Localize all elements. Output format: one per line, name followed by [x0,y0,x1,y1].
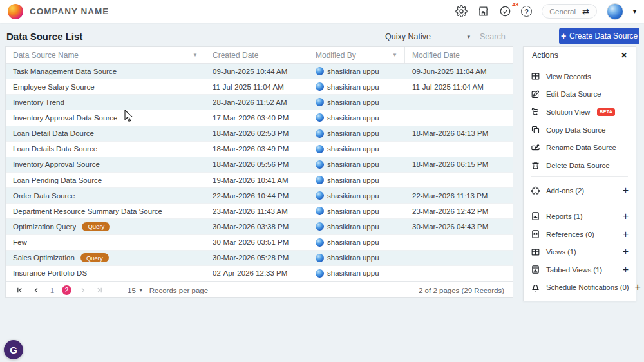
table-row[interactable]: Inventory Trend 28-Jan-2026 11:52 AM sha… [6,95,513,110]
action-item-copy[interactable]: Copy Data Source [524,121,636,139]
modified-by-name: shasikiran uppu [327,83,379,91]
column-header-created-date[interactable]: Created Date [205,47,308,63]
created-date: 23-Mar-2026 11:43 AM [213,207,288,215]
chat-widget-button[interactable]: G [4,340,23,359]
action-item-edit[interactable]: Edit Data Source [524,86,636,104]
table-row[interactable]: Inventory Approval Data Source 17-Mar-20… [6,110,513,126]
filter-icon[interactable]: ▼ [392,52,397,58]
table-row[interactable]: Loan Pending Data Source 19-Mar-2026 10:… [6,173,513,188]
action-item-reports[interactable]: Reports (1) + [524,207,636,225]
modified-by-name: shasikiran uppu [327,238,379,246]
records-per-page-select[interactable]: 15 ▼ [128,287,144,294]
page-title: Data Source List [6,31,82,42]
modified-by-avatar [316,254,324,262]
close-icon[interactable]: ✕ [621,51,627,60]
search-input[interactable] [480,29,554,44]
datasource-type-select[interactable]: Quixy Native ▾ [383,29,472,44]
data-source-name: Sales Optimization [13,254,75,262]
action-item-tabbed-views[interactable]: Tabbed Views (1) + [524,261,636,279]
data-source-table: Data Source Name ▼ Created Date Modified… [5,46,513,298]
table-row[interactable]: Loan Details Data Source 18-Mar-2026 03:… [6,142,513,157]
modified-by-name: shasikiran uppu [327,176,379,184]
action-item-schedule-notifications[interactable]: Schedule Notifications (0) + [524,279,636,297]
expand-plus-icon[interactable]: + [623,265,629,275]
modified-by-avatar [316,269,324,278]
modified-by-name: shasikiran uppu [327,160,379,168]
action-item-views[interactable]: Views (1) + [524,243,636,261]
modified-by-avatar [316,82,324,91]
table-row[interactable]: Inventory Approval Source 18-Mar-2026 05… [6,157,513,173]
action-item-view-records[interactable]: View Records [524,68,636,86]
table-row[interactable]: Task Management Data Source 09-Jun-2025 … [6,64,513,79]
action-item-delete[interactable]: Delete Data Source [524,157,636,175]
page-numbers: 12 [48,285,71,295]
table-row[interactable]: Few 30-Mar-2026 03:51 PM shasikiran uppu [6,235,513,251]
views-icon [531,247,540,257]
search-box [480,29,554,44]
filter-icon[interactable]: ▼ [193,52,198,58]
settings-gear-icon[interactable] [455,5,468,17]
add-ons-icon [531,186,540,196]
created-date: 17-Mar-2026 03:40 PM [213,114,289,122]
action-item-rename[interactable]: Rename Data Source [524,138,636,157]
modified-by-name: shasikiran uppu [327,129,379,137]
table-row[interactable]: Insurance Portfolio DS 02-Apr-2026 12:33… [6,266,513,281]
data-source-name: Inventory Approval Source [13,160,100,168]
data-source-name: Task Management Data Source [13,68,117,75]
modified-by-name: shasikiran uppu [327,254,379,262]
action-item-references[interactable]: References (0) + [524,225,636,243]
table-row[interactable]: Department Resource Summary Data Source … [6,204,513,219]
last-page-button[interactable] [94,285,105,296]
data-source-name: Loan Details Data Source [13,145,97,153]
table-row[interactable]: Loan Detail Data Dource 18-Mar-2026 02:5… [6,126,513,142]
modified-by-avatar [316,176,324,184]
data-source-name: Few [13,238,27,246]
modified-by-avatar [316,129,324,138]
modified-by-avatar [316,207,324,215]
page-number-1[interactable]: 1 [48,287,57,294]
prev-page-button[interactable] [31,285,42,296]
workspace-switcher[interactable]: General ⇄ [542,4,597,19]
column-header-modified-by[interactable]: Modified By ▼ [308,47,405,63]
tabbed-views-icon [531,265,540,274]
page-number-2[interactable]: 2 [62,285,71,295]
created-date: 22-Mar-2026 10:44 PM [213,192,289,200]
actions-panel-title: Actions [532,51,558,60]
expand-plus-icon[interactable]: + [623,211,629,222]
created-date: 18-Mar-2026 02:53 PM [213,129,289,137]
expand-plus-icon[interactable]: + [634,282,640,292]
table-row[interactable]: Employee Salary Source 11-Jul-2025 11:04… [6,79,513,95]
column-header-data-source-name[interactable]: Data Source Name ▼ [6,47,205,63]
pagination-bar: 12 15 ▼ Records per page 2 of 2 pages (2… [6,281,513,299]
profile-chevron-down-icon[interactable]: ▾ [633,8,636,15]
user-avatar[interactable] [607,3,623,20]
expand-plus-icon[interactable]: + [623,186,629,196]
approvals-check-icon[interactable]: 43 [499,5,511,17]
expand-plus-icon[interactable]: + [623,229,629,240]
beta-badge: BETA [597,108,615,116]
modified-by-name: shasikiran uppu [327,114,379,122]
query-badge: Query [82,222,110,231]
divider [531,202,628,202]
schedule-notifications-icon [531,283,540,292]
table-row[interactable]: Order Data Source 22-Mar-2026 10:44 PM s… [6,188,513,204]
modified-by-avatar [316,98,324,106]
create-data-source-button[interactable]: + Create Data Source [559,28,639,44]
table-row[interactable]: Optimization Query Query 30-Mar-2026 03:… [6,219,513,234]
column-header-modified-date[interactable]: Modified Date [405,47,513,63]
table-body: Task Management Data Source 09-Jun-2025 … [6,64,513,281]
modified-by-name: shasikiran uppu [327,269,379,277]
action-item-add-ons[interactable]: Add-ons (2) + [524,182,636,200]
marketplace-icon[interactable] [477,5,489,17]
help-icon[interactable]: ? [521,6,532,17]
table-row[interactable]: Sales Optimization Query 30-Mar-2026 05:… [6,251,513,266]
action-item-solution-view[interactable]: Solution View BETA [524,103,636,121]
first-page-button[interactable] [14,285,25,296]
created-date: 30-Mar-2026 03:38 PM [213,223,289,231]
divider [531,176,628,177]
modified-by-name: shasikiran uppu [327,145,379,153]
modified-by-name: shasikiran uppu [327,68,379,75]
next-page-button[interactable] [77,285,88,296]
expand-plus-icon[interactable]: + [623,247,629,257]
modified-date: 09-Jun-2025 11:04 AM [412,68,487,75]
